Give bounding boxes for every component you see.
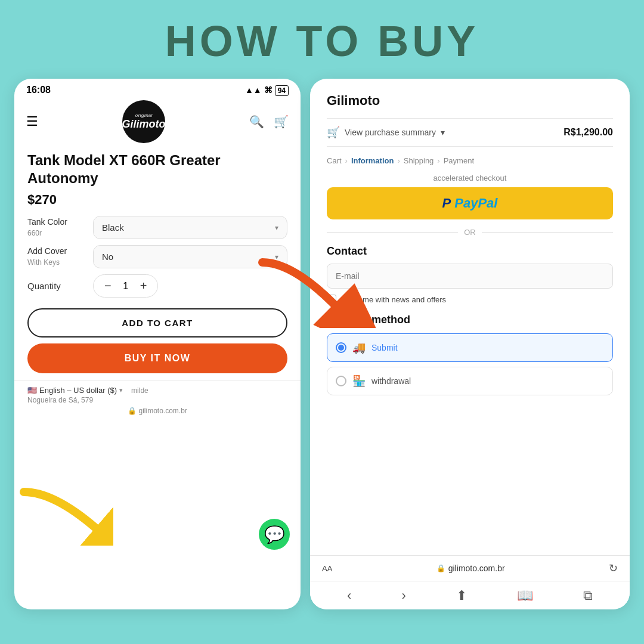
status-icons: ▲▲ ⌘ 94 (245, 85, 289, 95)
tank-color-label: Tank Color 660r (27, 216, 93, 239)
add-cover-row: Add Cover With Keys No ▾ (27, 245, 287, 268)
breadcrumb-sep: › (437, 156, 439, 165)
domain-text: gilimoto.com.br (448, 564, 505, 573)
logo-circle: original Gilimoto (122, 100, 165, 143)
logo-gilimoto: Gilimoto (122, 119, 166, 131)
search-icon[interactable]: 🔍 (249, 114, 264, 129)
summary-price: R$1,290.00 (564, 127, 613, 138)
left-panel: 16:08 ▲▲ ⌘ 94 ☰ original Gilimoto 🔍 🛒 (14, 79, 301, 609)
reload-icon[interactable]: ↻ (609, 562, 618, 575)
address-text: Nogueira de Sá, 579 (27, 396, 287, 404)
status-time: 16:08 (26, 85, 51, 95)
forward-button[interactable]: › (401, 588, 405, 603)
wifi-icon: ⌘ (264, 85, 273, 95)
chevron-down-icon: ▾ (275, 253, 278, 261)
lock-icon-small: 🔒 (128, 407, 137, 415)
submit-label: Submit (371, 343, 398, 352)
tank-color-row: Tank Color 660r Black ▾ (27, 216, 287, 239)
whatsapp-icon: 💬 (264, 525, 285, 544)
language-row: 🇺🇸 English – US dollar ($) ▾ milde (27, 386, 287, 395)
quantity-value: 1 (120, 281, 132, 292)
breadcrumb-information[interactable]: Information (351, 156, 394, 165)
truck-icon: 🚚 (352, 341, 366, 354)
bookmarks-button[interactable]: 📖 (517, 588, 533, 603)
newsletter-checkbox[interactable] (327, 295, 336, 304)
store-name: Gilimoto (327, 93, 613, 109)
quantity-decrease-button[interactable]: − (104, 279, 112, 293)
add-cover-select[interactable]: No ▾ (93, 245, 287, 268)
or-label: OR (464, 228, 476, 237)
quantity-increase-button[interactable]: + (140, 279, 147, 293)
cart-icon: 🛒 (327, 126, 340, 139)
or-line-right (482, 232, 613, 233)
back-button[interactable]: ‹ (347, 588, 351, 603)
breadcrumb-cart[interactable]: Cart (327, 156, 342, 165)
lock-icon: 🔒 (436, 564, 445, 572)
nav-icons: 🔍 🛒 (249, 114, 289, 129)
withdrawal-label: withdrawal (371, 376, 411, 386)
purchase-summary-row[interactable]: 🛒 View purchase summary ▾ R$1,290.00 (327, 118, 613, 147)
flag-icon: 🇺🇸 (27, 386, 37, 395)
browser-domain[interactable]: 🔒 gilimoto.com.br (436, 564, 505, 573)
signal-icon: ▲▲ (245, 85, 262, 95)
chevron-down-icon: ▾ (275, 224, 278, 232)
logo-original: original (135, 113, 153, 119)
newsletter-row: Email me with news and offers (327, 295, 613, 304)
summary-label: View purchase summary (345, 128, 436, 137)
breadcrumb-payment[interactable]: Payment (444, 156, 474, 165)
product-content: Tank Model XT 660R Greater Autonomy $270… (14, 148, 301, 373)
browser-bar: AA 🔒 gilimoto.com.br ↻ (310, 555, 630, 581)
panels-container: 16:08 ▲▲ ⌘ 94 ☰ original Gilimoto 🔍 🛒 (0, 79, 644, 609)
nav-bar: ☰ original Gilimoto 🔍 🛒 (14, 98, 301, 148)
breadcrumb-shipping[interactable]: Shipping (404, 156, 434, 165)
milde-text: milde (131, 386, 148, 395)
newsletter-label: Email me with news and offers (341, 295, 446, 304)
delivery-label: Delivery method (327, 314, 613, 326)
quantity-label: Quantity (27, 281, 93, 291)
store-icon: 🏪 (352, 374, 366, 388)
breadcrumb: Cart › Information › Shipping › Payment (327, 156, 613, 165)
page-title: HOW TO BUY (0, 0, 644, 79)
email-input[interactable] (327, 264, 613, 289)
logo-area: original Gilimoto (122, 100, 165, 143)
paypal-p: P (442, 196, 451, 211)
summary-left: 🛒 View purchase summary ▾ (327, 126, 445, 139)
quantity-row: Quantity − 1 + (27, 274, 287, 298)
left-domain-text: 🔒 gilimoto.com.br (27, 407, 287, 415)
contact-label: Contact (327, 245, 613, 258)
chevron-down-icon: ▾ (441, 128, 445, 137)
product-title: Tank Model XT 660R Greater Autonomy (27, 151, 287, 187)
delivery-option-withdrawal[interactable]: 🏪 withdrawal (327, 367, 613, 395)
cart-icon[interactable]: 🛒 (274, 114, 289, 129)
whatsapp-button[interactable]: 💬 (259, 519, 290, 550)
breadcrumb-sep: › (397, 156, 400, 165)
radio-withdrawal (336, 376, 346, 386)
hamburger-icon[interactable]: ☰ (26, 114, 38, 129)
accel-label: accelerated checkout (327, 174, 613, 182)
chevron-down-icon: ▾ (119, 386, 123, 394)
tabs-button[interactable]: ⧉ (583, 588, 593, 603)
product-price: $270 (27, 192, 287, 208)
browser-aa[interactable]: AA (322, 564, 332, 573)
status-bar: 16:08 ▲▲ ⌘ 94 (14, 79, 301, 98)
add-to-cart-button[interactable]: ADD TO CART (27, 308, 287, 338)
or-line-left (327, 232, 458, 233)
tank-color-select[interactable]: Black ▾ (93, 216, 287, 239)
or-divider: OR (327, 228, 613, 237)
quantity-control: − 1 + (93, 274, 158, 298)
breadcrumb-sep: › (345, 156, 348, 165)
paypal-button[interactable]: P PayPal (327, 187, 613, 219)
right-panel: Gilimoto 🛒 View purchase summary ▾ R$1,2… (310, 79, 630, 609)
add-cover-label: Add Cover With Keys (27, 246, 93, 268)
buy-now-button[interactable]: BUY IT NOW (27, 343, 287, 373)
paypal-text: PayPal (454, 196, 497, 211)
left-panel-footer: 🇺🇸 English – US dollar ($) ▾ milde Nogue… (14, 380, 301, 419)
share-button[interactable]: ⬆ (456, 588, 467, 603)
battery-icon: 94 (275, 85, 289, 95)
checkout-content: Gilimoto 🛒 View purchase summary ▾ R$1,2… (310, 79, 630, 395)
delivery-option-submit[interactable]: 🚚 Submit (327, 333, 613, 362)
language-label[interactable]: English – US dollar ($) (39, 386, 117, 395)
radio-submit (336, 342, 346, 353)
browser-nav: ‹ › ⬆ 📖 ⧉ (310, 581, 630, 609)
